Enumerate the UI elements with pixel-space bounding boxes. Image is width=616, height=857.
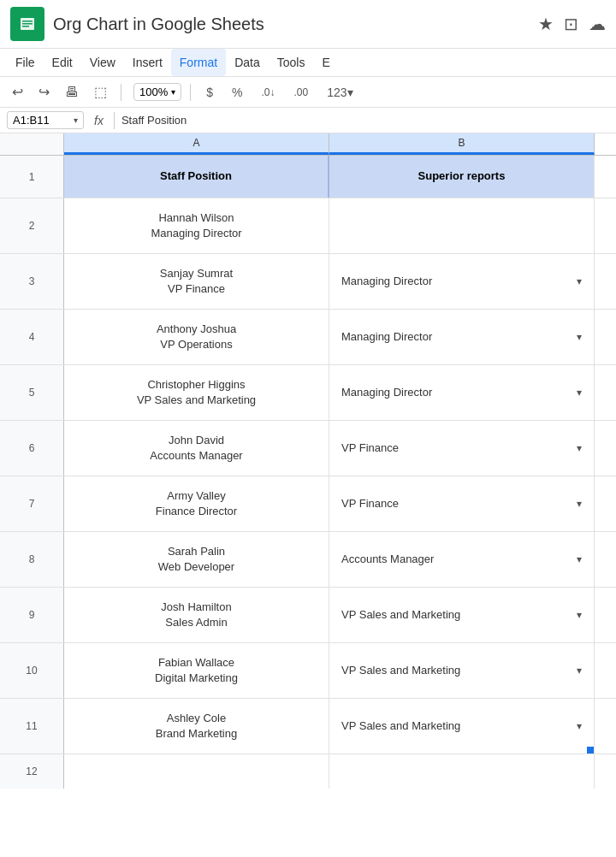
menu-file[interactable]: File	[7, 49, 44, 76]
cell-superior-text: VP Sales and Marketing	[341, 718, 460, 734]
dropdown-icon[interactable]: ▾	[577, 553, 582, 567]
row-number: 2	[0, 198, 64, 253]
row-number: 3	[0, 254, 64, 309]
row-number: 10	[0, 643, 64, 698]
cell-superior-text: VP Sales and Marketing	[341, 607, 460, 623]
cell-b-inner: VP Sales and Marketing▾	[336, 663, 587, 678]
fx-label: fx	[91, 114, 107, 127]
cell-staff-position[interactable]: Christopher Higgins VP Sales and Marketi…	[64, 365, 329, 420]
cell-superior-reports[interactable]: Managing Director▾	[329, 365, 595, 420]
cell-staff-position[interactable]	[64, 754, 329, 789]
column-headers: A B	[0, 133, 616, 156]
cell-staff-position[interactable]: Hannah Wilson Managing Director	[64, 198, 329, 253]
dec-decrease-button[interactable]: .00	[287, 85, 316, 100]
cell-b-inner: VP Finance▾	[336, 496, 587, 511]
menu-ext[interactable]: E	[313, 49, 338, 76]
dropdown-icon[interactable]: ▾	[577, 441, 582, 456]
cloud-icon[interactable]: ☁	[589, 14, 606, 34]
menu-data[interactable]: Data	[226, 49, 269, 76]
paint-format-button[interactable]: ⬚	[89, 80, 112, 103]
menu-view[interactable]: View	[81, 49, 124, 76]
cell-superior-reports[interactable]: Superior reports	[329, 156, 595, 198]
menu-tools[interactable]: Tools	[269, 49, 314, 76]
cell-reference[interactable]: A1:B11 ▾	[7, 111, 84, 129]
row-number: 6	[0, 421, 64, 476]
dropdown-icon[interactable]: ▾	[577, 386, 582, 400]
cell-b-inner: VP Sales and Marketing▾	[336, 718, 587, 734]
drive-icon[interactable]: ⊡	[564, 14, 578, 34]
cell-staff-position[interactable]: Ashley Cole Brand Marketing	[64, 699, 329, 754]
cell-b-inner: Managing Director▾	[336, 274, 587, 289]
cell-superior-reports[interactable]	[329, 198, 595, 253]
cell-b-inner: Accounts Manager▾	[336, 552, 587, 567]
table-row: 6John David Accounts ManagerVP Finance▾	[0, 421, 616, 476]
row-number: 4	[0, 310, 64, 364]
cell-b-inner: Managing Director▾	[336, 385, 587, 400]
cell-superior-text: VP Sales and Marketing	[341, 663, 460, 678]
menu-format[interactable]: Format	[171, 49, 226, 76]
dropdown-icon[interactable]: ▾	[577, 275, 582, 289]
cell-superior-reports[interactable]	[329, 754, 595, 789]
percent-button[interactable]: %	[225, 84, 249, 101]
sheet-rows: 1Staff PositionSuperior reports2Hannah W…	[0, 156, 616, 789]
cell-superior-text: VP Finance	[341, 496, 399, 511]
cell-superior-reports[interactable]: Accounts Manager▾	[329, 532, 595, 587]
col-header-a[interactable]: A	[64, 133, 329, 155]
dropdown-icon[interactable]: ▾	[577, 497, 582, 511]
cell-staff-position[interactable]: Josh Hamilton Sales Admin	[64, 588, 329, 642]
toolbar-separator	[121, 84, 121, 101]
table-row: 4Anthony Joshua VP OperationsManaging Di…	[0, 310, 616, 365]
formula-separator	[114, 112, 115, 129]
undo-button[interactable]: ↩	[7, 80, 28, 103]
app-title: Org Chart in Google Sheets	[53, 15, 538, 34]
cell-superior-reports[interactable]: Managing Director▾	[329, 310, 595, 364]
dropdown-icon[interactable]: ▾	[577, 330, 582, 345]
cell-staff-position[interactable]: Staff Position	[64, 156, 329, 198]
row-number: 11	[0, 699, 64, 754]
zoom-value: 100%	[139, 86, 168, 98]
svg-rect-3	[22, 23, 33, 25]
table-row: 1Staff PositionSuperior reports	[0, 156, 616, 198]
menu-edit[interactable]: Edit	[44, 49, 81, 76]
dropdown-icon[interactable]: ▾	[577, 719, 582, 734]
cell-superior-reports[interactable]: Managing Director▾	[329, 254, 595, 309]
dollar-button[interactable]: $	[199, 84, 220, 101]
cell-superior-text: Managing Director	[341, 329, 432, 345]
cell-superior-reports[interactable]: VP Sales and Marketing▾	[329, 588, 595, 642]
dec-increase-button[interactable]: .0↓	[255, 85, 282, 100]
cell-superior-text: Accounts Manager	[341, 552, 434, 567]
table-row: 7Army Valley Finance DirectorVP Finance▾	[0, 476, 616, 532]
cell-ref-text: A1:B11	[13, 114, 74, 127]
table-row: 9Josh Hamilton Sales AdminVP Sales and M…	[0, 588, 616, 643]
zoom-control[interactable]: 100% ▾	[133, 83, 181, 101]
star-icon[interactable]: ★	[538, 14, 554, 34]
cell-staff-position[interactable]: Sanjay Sumrat VP Finance	[64, 254, 329, 309]
cell-superior-reports[interactable]: VP Finance▾	[329, 421, 595, 476]
cell-staff-position[interactable]: Army Valley Finance Director	[64, 476, 329, 531]
more-formats-button[interactable]: 123▾	[320, 84, 359, 101]
toolbar-separator-2	[190, 84, 191, 101]
cell-superior-text: VP Finance	[341, 440, 399, 456]
cell-ref-dropdown-icon: ▾	[74, 115, 78, 125]
table-row: 2Hannah Wilson Managing Director	[0, 198, 616, 254]
zoom-arrow: ▾	[171, 87, 175, 97]
cell-staff-position[interactable]: Anthony Joshua VP Operations	[64, 310, 329, 364]
cell-superior-reports[interactable]: VP Sales and Marketing▾	[329, 699, 595, 754]
cell-staff-position[interactable]: John David Accounts Manager	[64, 421, 329, 476]
menu-insert[interactable]: Insert	[124, 49, 171, 76]
print-button[interactable]: 🖶	[60, 81, 84, 103]
cell-staff-position[interactable]: Sarah Palin Web Developer	[64, 532, 329, 587]
redo-button[interactable]: ↪	[33, 80, 55, 103]
svg-rect-4	[22, 26, 29, 27]
col-header-b[interactable]: B	[329, 133, 595, 155]
menu-bar: File Edit View Insert Format Data Tools …	[0, 49, 616, 77]
table-row: 10Fabian Wallace Digital MarketingVP Sal…	[0, 643, 616, 699]
table-row: 11Ashley Cole Brand MarketingVP Sales an…	[0, 699, 616, 754]
cell-superior-reports[interactable]: VP Sales and Marketing▾	[329, 643, 595, 698]
dropdown-icon[interactable]: ▾	[577, 608, 582, 623]
row-num-header	[0, 133, 64, 155]
dropdown-icon[interactable]: ▾	[577, 664, 582, 678]
cell-staff-position[interactable]: Fabian Wallace Digital Marketing	[64, 643, 329, 698]
cell-superior-reports[interactable]: VP Finance▾	[329, 476, 595, 531]
cell-b-inner: VP Finance▾	[336, 440, 587, 456]
